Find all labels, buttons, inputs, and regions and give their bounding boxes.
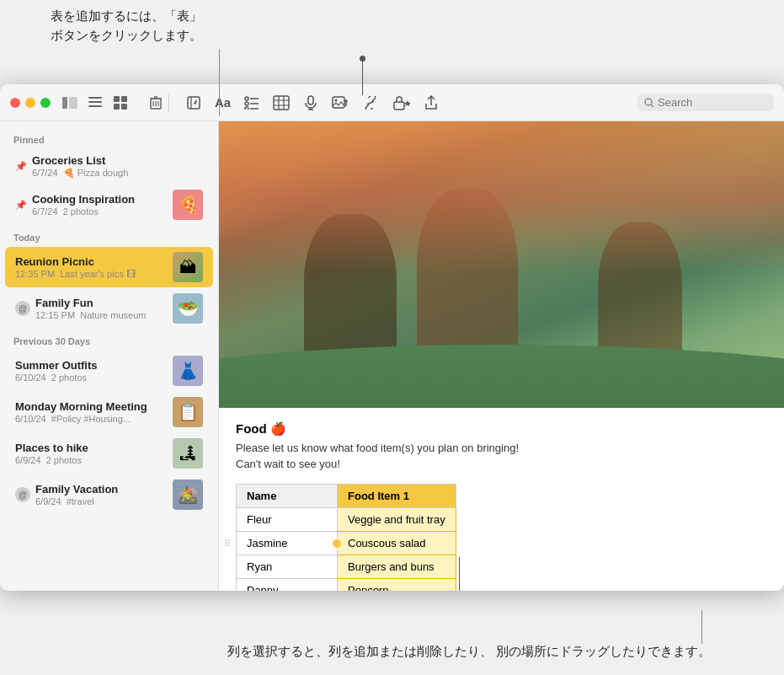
- table-cell-food: Burgers and buns: [338, 555, 456, 579]
- note-sub2: Can't wait to see you!: [236, 458, 767, 470]
- svg-rect-3: [88, 101, 102, 103]
- previous-section-label: Previous 30 Days: [0, 329, 218, 350]
- pin-icon: 📌: [15, 161, 27, 172]
- note-thumbnail: 🥗: [173, 293, 203, 324]
- annotation-bottom: 列を選択すると、列を追加または削除したり、 別の場所にドラッグしたりできます。: [227, 644, 711, 660]
- lock-button[interactable]: [389, 94, 414, 112]
- note-text: Summer Outfits 6/10/24 2 photos: [15, 359, 166, 383]
- note-title: Places to hike: [15, 442, 166, 454]
- sidebar-controls: [61, 94, 130, 112]
- note-title: Reunion Picnic: [15, 255, 166, 268]
- table-button[interactable]: [269, 94, 293, 112]
- note-table: Name Food Item 1 Fleur Veggie and fruit …: [236, 484, 456, 591]
- share-button[interactable]: [421, 94, 441, 112]
- table-cell-name: Fleur: [237, 508, 338, 532]
- table-cell-food: Popcorn: [338, 579, 456, 592]
- grid-view-button[interactable]: [111, 94, 130, 112]
- right-toolbar: Aa: [173, 94, 774, 112]
- note-text: Groceries List 6/7/24 🍕 Pizza dough: [32, 154, 203, 179]
- svg-point-19: [245, 107, 248, 110]
- minimize-button[interactable]: [25, 98, 35, 108]
- note-sub1: Please let us know what food item(s) you…: [236, 442, 767, 454]
- note-text: Reunion Picnic 12:35 PM Last year's pics…: [15, 255, 166, 279]
- table-cell-food: Veggie and fruit tray: [338, 508, 456, 532]
- list-item[interactable]: @ Family Fun 12:15 PM Nature museum 🥗: [5, 288, 213, 329]
- table-header-name: Name: [237, 485, 338, 508]
- note-text: Cooking Inspiration 6/7/24 2 photos: [32, 193, 166, 217]
- list-view-button[interactable]: [86, 94, 104, 112]
- list-item[interactable]: Places to hike 6/9/24 2 photos 🏞: [5, 433, 213, 474]
- note-thumbnail: 📋: [173, 397, 203, 427]
- list-item[interactable]: 📌 Groceries List 6/7/24 🍕 Pizza dough: [5, 149, 213, 184]
- svg-line-35: [367, 101, 374, 104]
- note-heading: Food 🍎: [236, 421, 767, 437]
- toolbar-divider: [168, 94, 169, 112]
- svg-rect-6: [121, 96, 127, 102]
- annotation-line2: ボタンをクリックします。: [51, 26, 202, 46]
- table-row: Ryan Burgers and buns: [237, 555, 456, 579]
- search-box: [637, 94, 774, 111]
- pin-icon: 📌: [15, 200, 27, 211]
- note-text: Family Vacation 6/9/24 #travel: [35, 483, 166, 506]
- list-item[interactable]: Monday Morning Meeting 6/10/24 #Policy #…: [5, 392, 213, 432]
- annotation-line1: 表を追加するには、「表」: [51, 7, 202, 26]
- svg-rect-0: [62, 97, 67, 109]
- svg-point-17: [245, 97, 248, 100]
- link-button[interactable]: [359, 94, 382, 111]
- list-item[interactable]: Reunion Picnic 12:35 PM Last year's pics…: [5, 247, 213, 287]
- note-meta: 12:35 PM Last year's pics 🎞: [15, 269, 166, 279]
- svg-point-32: [335, 99, 338, 101]
- table-row: Fleur Veggie and fruit tray: [237, 508, 456, 532]
- note-meta: 6/10/24 2 photos: [15, 372, 166, 383]
- audio-button[interactable]: [300, 94, 322, 112]
- note-body: Food 🍎 Please let us know what food item…: [219, 408, 784, 591]
- note-meta: 6/7/24 2 photos: [32, 206, 166, 217]
- note-meta: 6/9/24 #travel: [35, 496, 166, 506]
- note-text: Family Fun 12:15 PM Nature museum: [35, 297, 166, 320]
- note-title: Family Vacation: [35, 483, 166, 496]
- delete-button[interactable]: [147, 94, 165, 112]
- table-row: Jasmine Couscous salad: [237, 532, 456, 555]
- table-header-food: Food Item 1: [338, 485, 456, 508]
- list-item[interactable]: 📌 Cooking Inspiration 6/7/24 2 photos 🍕: [5, 185, 213, 225]
- checklist-button[interactable]: [241, 94, 263, 111]
- note-thumbnail: 🏞: [173, 438, 203, 469]
- svg-rect-7: [114, 104, 120, 110]
- note-title: Monday Morning Meeting: [15, 400, 166, 413]
- list-item[interactable]: Summer Outfits 6/10/24 2 photos 👗: [5, 351, 213, 391]
- callout-line-top: [362, 57, 363, 95]
- media-button[interactable]: [328, 94, 352, 112]
- sidebar-toggle-button[interactable]: [61, 94, 79, 112]
- note-thumbnail: 🚵: [173, 479, 203, 510]
- note-title: Cooking Inspiration: [32, 193, 166, 206]
- note-meta: 6/10/24 #Policy #Housing...: [15, 414, 166, 424]
- search-icon: [644, 98, 654, 108]
- table-cell-name: Ryan: [237, 555, 338, 579]
- pinned-section-label: Pinned: [0, 128, 218, 148]
- maximize-button[interactable]: [40, 98, 51, 108]
- svg-rect-28: [308, 96, 313, 104]
- table-cell-food: Couscous salad: [338, 532, 456, 555]
- search-input[interactable]: [658, 96, 767, 109]
- note-text: Monday Morning Meeting 6/10/24 #Policy #…: [15, 400, 166, 424]
- drag-handle: ⠿: [224, 538, 231, 549]
- title-bar: Aa: [0, 84, 784, 121]
- note-meta: 6/7/24 🍕 Pizza dough: [32, 168, 203, 179]
- svg-rect-31: [333, 97, 344, 108]
- note-table-wrapper: ⠿ Name Food Item 1 Fleur Veggie and frui…: [236, 484, 456, 591]
- close-button[interactable]: [10, 98, 20, 108]
- svg-rect-5: [114, 96, 120, 102]
- format-button[interactable]: Aa: [211, 94, 234, 111]
- svg-rect-4: [88, 105, 102, 107]
- main-content: Pinned 📌 Groceries List 6/7/24 🍕 Pizza d…: [0, 121, 784, 591]
- new-note-button[interactable]: [183, 94, 205, 112]
- table-cell-name: Jasmine: [237, 532, 338, 555]
- svg-point-37: [645, 99, 652, 105]
- shared-icon: @: [15, 301, 30, 316]
- note-title: Family Fun: [35, 297, 166, 309]
- list-item[interactable]: @ Family Vacation 6/9/24 #travel 🚵: [5, 474, 213, 515]
- note-title: Summer Outfits: [15, 359, 166, 372]
- note-content-area: Food 🍎 Please let us know what food item…: [219, 121, 784, 591]
- note-title: Groceries List: [32, 154, 203, 167]
- table-cell-name: Danny: [237, 579, 338, 592]
